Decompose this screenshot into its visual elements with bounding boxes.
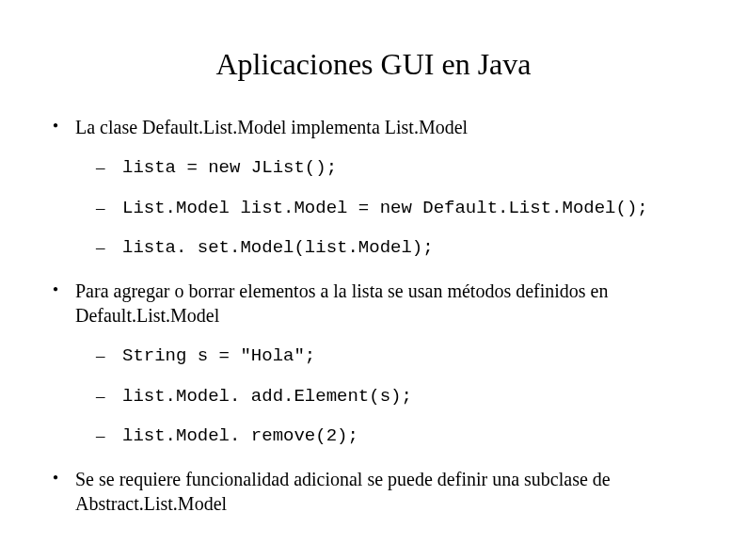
outer-list: La clase Default.List.Model implementa L… (47, 115, 700, 516)
inner-list: lista = new JList(); List.Model list.Mod… (75, 156, 700, 260)
code-item: String s = "Hola"; (122, 344, 700, 368)
code-item: list.Model. add.Element(s); (122, 385, 700, 408)
list-item: Para agregar o borrar elementos a la lis… (75, 279, 700, 448)
code-item: List.Model list.Model = new Default.List… (122, 197, 700, 220)
bullet-text: Se se requiere funcionalidad adicional s… (75, 469, 611, 514)
bullet-text: Para agregar o borrar elementos a la lis… (75, 280, 608, 326)
code-item: lista = new JList(); (122, 156, 700, 180)
list-item: La clase Default.List.Model implementa L… (75, 115, 700, 260)
list-item: Se se requiere funcionalidad adicional s… (75, 467, 700, 516)
inner-list: String s = "Hola"; list.Model. add.Eleme… (75, 344, 700, 448)
bullet-text: La clase Default.List.Model implementa L… (75, 117, 468, 137)
code-item: lista. set.Model(list.Model); (122, 236, 700, 260)
code-item: list.Model. remove(2); (122, 424, 700, 448)
slide-title: Aplicaciones GUI en Java (47, 47, 700, 82)
